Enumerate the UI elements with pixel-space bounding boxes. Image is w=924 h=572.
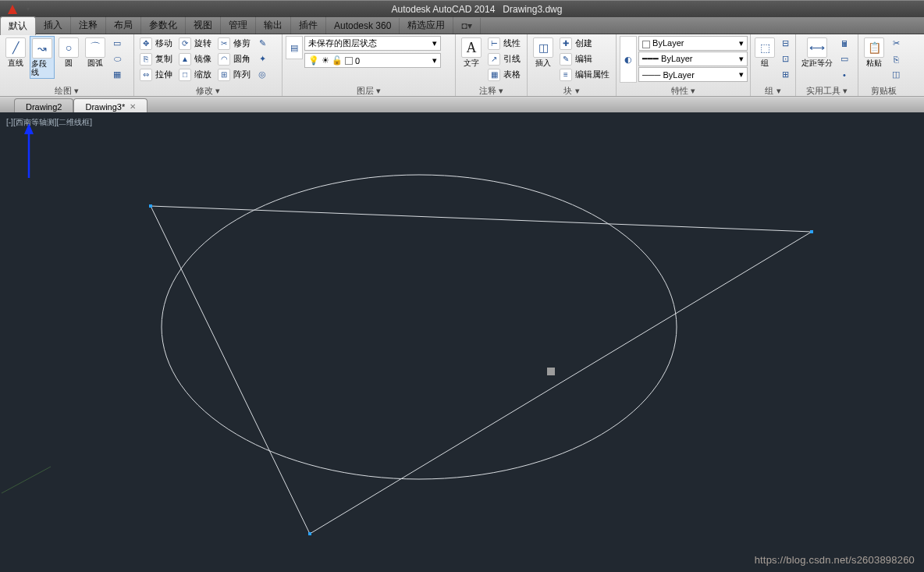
svg-point-3: [162, 175, 677, 479]
line-button[interactable]: ╱直线: [3, 36, 28, 69]
explode-icon[interactable]: ✦: [254, 52, 270, 66]
cut-icon[interactable]: ✂: [888, 36, 904, 51]
table-button[interactable]: ▦表格: [485, 67, 523, 82]
move-button[interactable]: ✥移动: [137, 36, 175, 51]
fillet-button[interactable]: ◠圆角: [215, 52, 253, 66]
menu-tab-manage[interactable]: 管理: [221, 16, 256, 34]
group-bbox-icon[interactable]: ⊞: [777, 67, 793, 82]
insert-block-button[interactable]: ◫插入: [531, 36, 556, 69]
svg-marker-0: [8, 5, 17, 14]
window-title: Autodesk AutoCAD 2014 Drawing3.dwg: [30, 4, 924, 15]
menu-tab-default[interactable]: 默认: [0, 16, 36, 35]
ellipse-icon[interactable]: ⬭: [109, 52, 125, 66]
doctab-drawing3[interactable]: Drawing3*✕: [73, 98, 147, 112]
menu-tab-featured[interactable]: 精选应用: [400, 16, 453, 34]
layer-state-dropdown[interactable]: 未保存的图层状态▾: [304, 36, 441, 51]
layer-swatch-icon: [345, 57, 353, 65]
menu-tab-insert[interactable]: 插入: [36, 16, 71, 34]
array-button[interactable]: ⊞阵列: [215, 67, 253, 82]
trim-button[interactable]: ✂修剪: [215, 36, 253, 51]
panel-modify: ✥移动 ⎘复制 ⇔拉伸 ⟳旋转 ▲镜像 □缩放 ✂修剪 ◠圆角 ⊞阵列 ✎ ✦ …: [134, 34, 283, 96]
match-prop-icon[interactable]: ◐: [620, 36, 637, 83]
select-icon[interactable]: ▭: [837, 52, 852, 66]
panel-draw-title[interactable]: 绘图 ▾: [3, 85, 130, 96]
block-edit-button[interactable]: ✎编辑: [557, 52, 612, 66]
menu-tab-parametric[interactable]: 参数化: [141, 16, 186, 34]
linetype-dropdown[interactable]: ─── ByLayer▾: [638, 67, 748, 82]
mirror-button[interactable]: ▲镜像: [176, 52, 214, 66]
close-icon[interactable]: ✕: [130, 102, 136, 111]
svg-rect-6: [308, 532, 311, 535]
measure-button[interactable]: ⟷定距等分: [799, 36, 835, 69]
menu-tab-layout[interactable]: 布局: [106, 16, 141, 34]
doctab-drawing2[interactable]: Drawing2: [14, 98, 73, 112]
panel-block-title[interactable]: 块 ▾: [531, 85, 613, 96]
menu-bar: 默认 插入 注释 布局 参数化 视图 管理 输出 插件 Autodesk 360…: [0, 17, 924, 34]
watermark-text: https://blog.csdn.net/s2603898260: [755, 554, 915, 566]
svg-line-7: [2, 467, 51, 493]
text-button[interactable]: A文字: [459, 36, 484, 69]
svg-rect-5: [810, 230, 813, 233]
menu-tab-view[interactable]: 视图: [186, 16, 221, 34]
panel-draw: ╱直线 ↝多段线 ○圆 ⌒圆弧 ▭ ⬭ ▦ 绘图 ▾: [0, 34, 134, 96]
menu-tab-dialog-icon[interactable]: ◘▾: [453, 18, 480, 34]
panel-clip-title[interactable]: 剪贴板: [862, 85, 905, 96]
lineweight-dropdown[interactable]: ━━━ ByLayer▾: [638, 52, 748, 66]
rotate-button[interactable]: ⟳旋转: [176, 36, 214, 51]
rect-icon[interactable]: ▭: [109, 36, 125, 51]
menu-tab-annotate[interactable]: 注释: [71, 16, 106, 34]
block-create-button[interactable]: ✚创建: [557, 36, 612, 51]
sun-icon: ☀: [322, 55, 329, 66]
layer-current-dropdown[interactable]: 💡 ☀ 🔓 0 ▾: [304, 53, 441, 68]
panel-util-title[interactable]: 实用工具 ▾: [799, 85, 855, 96]
erase-icon[interactable]: ✎: [254, 36, 270, 51]
color-dropdown[interactable]: ByLayer▾: [638, 36, 748, 51]
svg-rect-4: [149, 204, 152, 208]
group-edit-icon[interactable]: ⊡: [777, 52, 793, 66]
cursor-pickbox-icon: [547, 368, 555, 375]
stretch-button[interactable]: ⇔拉伸: [137, 67, 175, 82]
block-attr-button[interactable]: ≡编辑属性: [557, 67, 612, 82]
group-button[interactable]: ⬚组: [754, 36, 776, 69]
polyline-button[interactable]: ↝多段线: [30, 36, 55, 79]
panel-annotation: A文字 ⊢线性 ↗引线 ▦表格 注释 ▾: [456, 34, 528, 96]
hatch-icon[interactable]: ▦: [109, 67, 125, 82]
panel-modify-title[interactable]: 修改 ▾: [137, 85, 279, 96]
panel-prop-title[interactable]: 特性 ▾: [620, 85, 747, 96]
lightbulb-icon: 💡: [308, 55, 319, 66]
dim-linear-button[interactable]: ⊢线性: [485, 36, 523, 51]
panel-layers: ▤ 未保存的图层状态▾ 💡 ☀ 🔓 0 ▾ 图层 ▾: [283, 34, 456, 96]
match-icon[interactable]: ◫: [888, 67, 904, 82]
offset-icon[interactable]: ◎: [254, 67, 270, 82]
layer-prop-icon[interactable]: ▤: [286, 36, 303, 59]
document-tabs: Drawing2 Drawing3*✕: [0, 97, 924, 112]
calc-icon[interactable]: 🖩: [837, 36, 852, 51]
panel-utilities: ⟷定距等分 🖩 ▭ • 实用工具 ▾: [796, 34, 858, 96]
paste-button[interactable]: 📋粘贴: [862, 36, 887, 69]
circle-button[interactable]: ○圆: [56, 36, 81, 69]
panel-group-title[interactable]: 组 ▾: [754, 85, 792, 96]
point-icon[interactable]: •: [837, 67, 852, 82]
panel-clipboard: 📋粘贴 ✂ ⎘ ◫ 剪贴板: [858, 34, 908, 96]
leader-button[interactable]: ↗引线: [485, 52, 523, 66]
drawing-canvas[interactable]: [-][西南等轴测][二维线框] https://blog.csdn.net/s…: [0, 112, 924, 572]
ungroup-icon[interactable]: ⊟: [777, 36, 793, 51]
menu-tab-output[interactable]: 输出: [256, 16, 291, 34]
copy-clip-icon[interactable]: ⎘: [888, 52, 904, 66]
menu-tab-a360[interactable]: Autodesk 360: [326, 18, 400, 34]
scale-button[interactable]: □缩放: [176, 67, 214, 82]
menu-tab-plugins[interactable]: 插件: [291, 16, 326, 34]
panel-annot-title[interactable]: 注释 ▾: [459, 85, 524, 96]
panel-block: ◫插入 ✚创建 ✎编辑 ≡编辑属性 块 ▾: [528, 34, 617, 96]
panel-group: ⬚组 ⊟ ⊡ ⊞ 组 ▾: [751, 34, 796, 96]
titlebar: ▾ Autodesk AutoCAD 2014 Drawing3.dwg: [0, 0, 924, 17]
ribbon: ╱直线 ↝多段线 ○圆 ⌒圆弧 ▭ ⬭ ▦ 绘图 ▾ ✥移动 ⎘复制 ⇔拉伸 ⟳…: [0, 34, 924, 97]
arc-button[interactable]: ⌒圆弧: [83, 36, 108, 69]
app-icon[interactable]: [5, 2, 20, 17]
panel-properties: ◐ ByLayer▾ ━━━ ByLayer▾ ─── ByLayer▾ 特性 …: [617, 34, 751, 96]
panel-layers-title[interactable]: 图层 ▾: [286, 85, 452, 96]
drawing-content: [0, 112, 924, 572]
copy-button[interactable]: ⎘复制: [137, 52, 175, 66]
lock-icon: 🔓: [332, 55, 343, 66]
